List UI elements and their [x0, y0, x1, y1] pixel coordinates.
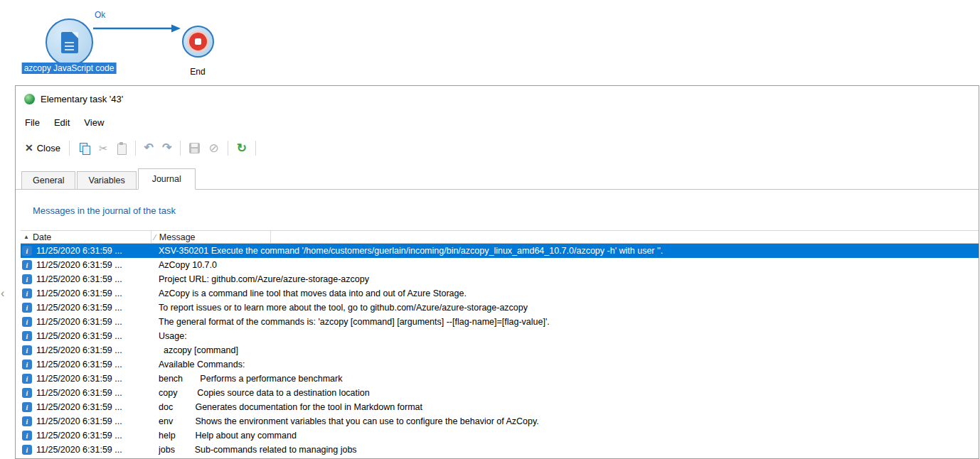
menu-view[interactable]: View	[77, 114, 111, 131]
cut-button[interactable]: ✂	[95, 140, 112, 156]
info-icon: i	[22, 374, 32, 384]
journal-row-message: Project URL: github.com/Azure/azure-stor…	[159, 274, 979, 284]
journal-row-message: Usage:	[159, 331, 979, 341]
info-icon: i	[22, 416, 32, 426]
refresh-button[interactable]: ↻	[233, 139, 251, 157]
journal-panel: Messages in the journal of the task ▲ Da…	[16, 190, 979, 458]
sort-asc-icon: ▲	[23, 234, 29, 240]
workflow-node-azcopy[interactable]	[46, 18, 93, 66]
info-icon: i	[22, 388, 32, 398]
window-titlebar: Elementary task '43'	[16, 86, 979, 112]
journal-row-message: env Shows the environment variables that…	[159, 416, 979, 426]
journal-row-date: 11/25/2020 6:31:59 ...	[36, 402, 154, 412]
info-icon: i	[22, 431, 32, 441]
paste-icon	[117, 142, 127, 154]
journal-row-date: 11/25/2020 6:31:59 ...	[36, 345, 154, 355]
task-window: Elementary task '43' File Edit View ✕ Cl…	[15, 85, 979, 459]
journal-row[interactable]: i 11/25/2020 6:31:59 ... AzCopy is a com…	[21, 286, 979, 301]
info-icon: i	[22, 303, 32, 313]
close-button[interactable]: ✕ Close	[21, 140, 65, 156]
info-icon: i	[22, 402, 32, 412]
close-icon: ✕	[25, 143, 33, 153]
journal-row[interactable]: i 11/25/2020 6:31:59 ... Available Comma…	[21, 357, 979, 372]
journal-row[interactable]: i 11/25/2020 6:31:59 ... jobs Sub-comman…	[21, 443, 979, 457]
journal-row-message: bench Performs a performance benchmark	[159, 374, 979, 384]
workflow-node-azcopy-label[interactable]: azcopy JavaScript code	[22, 63, 117, 74]
journal-row[interactable]: i 11/25/2020 6:31:59 ... Usage:	[21, 329, 979, 343]
save-icon	[189, 143, 200, 153]
stop-icon	[189, 33, 207, 50]
journal-rows: i 11/25/2020 6:31:59 ... XSV-350201 Exec…	[21, 244, 979, 458]
javascript-document-icon	[61, 32, 78, 53]
toolbar-separator	[135, 141, 136, 156]
journal-row[interactable]: i 11/25/2020 6:31:59 ... doc Generates d…	[21, 400, 979, 414]
undo-button[interactable]: ↶	[140, 139, 158, 156]
journal-row-message: Available Commands:	[159, 360, 979, 369]
journal-row[interactable]: i 11/25/2020 6:31:59 ... The general for…	[21, 315, 979, 329]
journal-row[interactable]: i	[21, 457, 979, 458]
tab-variables[interactable]: Variables	[77, 171, 136, 189]
journal-row[interactable]: i 11/25/2020 6:31:59 ... Project URL: gi…	[21, 272, 979, 286]
journal-row-date: 11/25/2020 6:31:59 ...	[36, 431, 154, 441]
journal-row[interactable]: i 11/25/2020 6:31:59 ... To report issue…	[21, 301, 979, 315]
journal-row-message: azcopy [command]	[159, 345, 979, 355]
info-icon: i	[22, 288, 32, 298]
journal-row-date: 11/25/2020 6:31:59 ...	[36, 445, 154, 455]
workflow-node-end[interactable]	[182, 26, 214, 58]
journal-row[interactable]: i 11/25/2020 6:31:59 ... azcopy [command…	[21, 343, 979, 357]
info-icon: i	[22, 345, 32, 355]
journal-row[interactable]: i 11/25/2020 6:31:59 ... copy Copies sou…	[21, 386, 979, 400]
journal-row-date: 11/25/2020 6:31:59 ...	[36, 317, 154, 327]
journal-row-message: AzCopy is a command line tool that moves…	[159, 288, 979, 298]
journal-row-date: 11/25/2020 6:31:59 ...	[36, 246, 154, 256]
journal-row-message: jobs Sub-commands related to managing jo…	[159, 445, 979, 455]
toolbar-separator	[228, 141, 228, 156]
column-header-date[interactable]: ▲ Date	[21, 231, 151, 243]
cancel-icon: ⊘	[208, 142, 218, 154]
tab-journal[interactable]: Journal	[138, 168, 196, 190]
info-icon: i	[22, 445, 32, 455]
journal-row[interactable]: i 11/25/2020 6:31:59 ... XSV-350201 Exec…	[21, 244, 979, 258]
journal-heading: Messages in the journal of the task	[33, 205, 979, 216]
paste-button[interactable]	[112, 139, 131, 157]
redo-button[interactable]: ↷	[158, 139, 176, 156]
journal-row[interactable]: i 11/25/2020 6:31:59 ... help Help about…	[21, 428, 979, 443]
info-icon: i	[22, 274, 32, 284]
redo-icon: ↷	[162, 142, 171, 153]
journal-row-date: 11/25/2020 6:31:59 ...	[36, 416, 154, 426]
journal-row-date: 11/25/2020 6:31:59 ...	[36, 288, 154, 298]
journal-row[interactable]: i 11/25/2020 6:31:59 ... AzCopy 10.7.0	[21, 258, 979, 272]
toolbar-separator	[69, 141, 70, 156]
undo-icon: ↶	[144, 142, 154, 153]
column-header-message[interactable]: ⁄ Message	[151, 231, 271, 243]
journal-row[interactable]: i 11/25/2020 6:31:59 ... bench Performs …	[21, 372, 979, 386]
window-title: Elementary task '43'	[41, 94, 123, 104]
column-header-date-label: Date	[33, 232, 51, 242]
journal-row-date: 11/25/2020 6:31:59 ...	[36, 360, 154, 369]
journal-row-message: help Help about any command	[159, 431, 979, 441]
save-button[interactable]	[185, 140, 204, 156]
journal-row-date: 11/25/2020 6:31:59 ...	[36, 303, 154, 313]
app-icon	[24, 94, 35, 104]
chevron-left-icon[interactable]: ‹	[1, 287, 4, 300]
copy-icon	[78, 142, 90, 154]
cancel-button[interactable]: ⊘	[204, 139, 223, 157]
menu-edit[interactable]: Edit	[47, 114, 77, 131]
toolbar-separator	[180, 141, 181, 156]
journal-row-date: 11/25/2020 6:31:59 ...	[36, 274, 154, 284]
sort-slash-icon: ⁄	[154, 233, 156, 242]
journal-table-header: ▲ Date ⁄ Message	[21, 230, 979, 244]
info-icon: i	[22, 331, 32, 341]
journal-row-message: To report issues or to learn more about …	[159, 303, 979, 313]
toolbar: ✕ Close ✂ ↶ ↷	[16, 133, 979, 163]
journal-row-date: 11/25/2020 6:31:59 ...	[36, 331, 154, 341]
journal-row[interactable]: i 11/25/2020 6:31:59 ... env Shows the e…	[21, 414, 979, 428]
tab-general[interactable]: General	[21, 171, 75, 189]
edge-label-ok: Ok	[95, 10, 105, 20]
info-icon: i	[22, 246, 32, 256]
copy-button[interactable]	[74, 139, 95, 157]
menu-file[interactable]: File	[18, 114, 47, 131]
journal-row-date: 11/25/2020 6:31:59 ...	[36, 260, 154, 270]
refresh-icon: ↻	[237, 142, 247, 154]
info-icon: i	[22, 260, 32, 270]
